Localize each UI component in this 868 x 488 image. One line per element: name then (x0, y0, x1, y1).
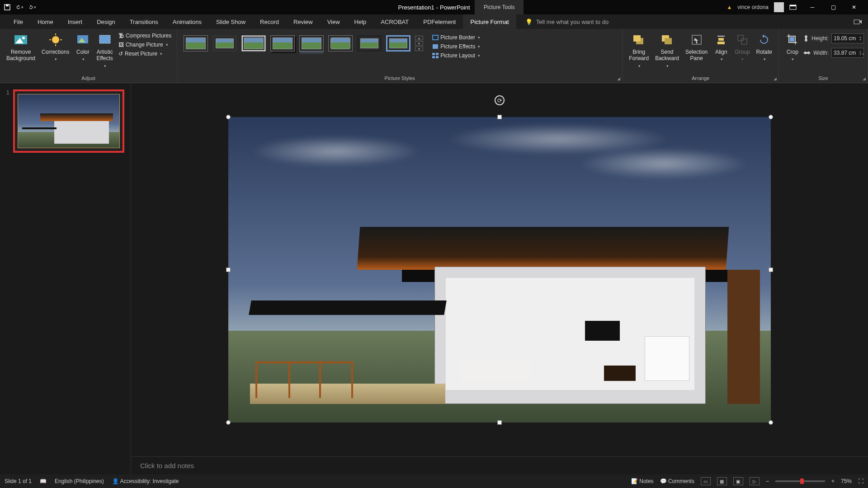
resize-handle-e[interactable] (769, 267, 773, 272)
remove-background-button[interactable]: Remove Background (4, 31, 38, 70)
tell-me-search[interactable]: 💡 Tell me what you want to do (525, 14, 609, 29)
view-reading-button[interactable]: ▣ (733, 477, 743, 485)
user-avatar[interactable] (774, 2, 784, 12)
picture-layout-button[interactable]: Picture Layout (430, 52, 482, 60)
slide-thumbnails-panel[interactable]: 1 (0, 83, 131, 474)
crop-button[interactable]: Crop (783, 31, 802, 64)
redo-button[interactable] (29, 4, 36, 11)
style-thumb-5[interactable] (299, 35, 324, 52)
tab-file[interactable]: File (6, 14, 30, 29)
collapse-ribbon-icon[interactable]: ˄ (862, 53, 864, 59)
resize-handle-ne[interactable] (769, 115, 773, 119)
maximize-button[interactable]: ▢ (823, 0, 844, 14)
undo-button[interactable] (16, 4, 24, 11)
reset-picture-icon: ↺ (118, 51, 123, 57)
height-input[interactable]: 19.05 cm▲▼ (831, 33, 864, 43)
status-accessibility[interactable]: 👤 Accessibility: Investigate (112, 478, 179, 484)
tab-home[interactable]: Home (30, 14, 61, 29)
resize-handle-se[interactable] (769, 420, 773, 425)
save-icon[interactable] (4, 4, 11, 11)
svg-rect-28 (717, 42, 725, 44)
zoom-slider[interactable] (775, 480, 825, 482)
resize-handle-s[interactable] (497, 420, 502, 425)
slide-canvas-area[interactable]: ⟳ (131, 83, 868, 474)
tab-picture-format[interactable]: Picture Format (463, 14, 516, 29)
group-picture-styles: ▴▾▾ Picture Border Picture Effects Pictu… (177, 29, 623, 83)
group-button: Group (732, 31, 752, 70)
resize-handle-n[interactable] (497, 115, 502, 119)
tab-review[interactable]: Review (286, 14, 320, 29)
status-language[interactable]: English (Philippines) (55, 478, 104, 484)
picture-styles-gallery[interactable]: ▴▾▾ (181, 31, 426, 56)
minimize-button[interactable]: ─ (802, 0, 823, 14)
reset-picture-button[interactable]: ↺Reset Picture (117, 50, 173, 58)
tab-design[interactable]: Design (90, 14, 122, 29)
svg-rect-17 (432, 53, 435, 55)
status-spellcheck-icon[interactable]: 📖 (40, 478, 47, 484)
gallery-more-button[interactable]: ▴▾▾ (415, 36, 423, 51)
svg-rect-3 (790, 5, 796, 6)
styles-launcher-icon[interactable]: ◢ (617, 76, 620, 81)
style-thumb-8[interactable] (386, 35, 410, 52)
resize-handle-nw[interactable] (226, 115, 231, 119)
svg-rect-16 (433, 44, 438, 49)
style-thumb-2[interactable] (212, 35, 237, 52)
svg-rect-15 (433, 35, 438, 40)
status-notes-button[interactable]: 📝 Notes (631, 478, 654, 484)
bring-forward-button[interactable]: Bring Forward (626, 31, 651, 70)
arrange-launcher-icon[interactable]: ◢ (774, 76, 777, 81)
share-button[interactable] (854, 14, 862, 29)
align-button[interactable]: Align (711, 31, 731, 70)
change-picture-icon: 🖼 (118, 42, 124, 48)
svg-rect-1 (6, 5, 9, 6)
color-button[interactable]: Color (73, 31, 93, 70)
width-input[interactable]: 33.87 cm▲▼ (831, 48, 864, 58)
style-thumb-7[interactable] (357, 35, 382, 52)
size-launcher-icon[interactable]: ◢ (863, 76, 866, 81)
send-backward-button[interactable]: Send Backward (652, 31, 682, 70)
picture-border-button[interactable]: Picture Border (430, 33, 482, 42)
tab-view[interactable]: View (320, 14, 347, 29)
view-sorter-button[interactable]: ▦ (717, 477, 727, 485)
picture-effects-button[interactable]: Picture Effects (430, 42, 482, 51)
compress-pictures-button[interactable]: 🗜Compress Pictures (117, 32, 173, 40)
view-normal-button[interactable]: ▭ (701, 477, 711, 485)
resize-handle-sw[interactable] (226, 420, 231, 425)
close-button[interactable]: ✕ (844, 0, 864, 14)
zoom-out-button[interactable]: − (766, 478, 769, 484)
resize-handle-w[interactable] (226, 267, 231, 272)
change-picture-button[interactable]: 🖼Change Picture (117, 41, 173, 49)
workspace: 1 ⟳ (0, 83, 868, 474)
tab-record[interactable]: Record (253, 14, 286, 29)
tab-acrobat[interactable]: ACROBAT (373, 14, 416, 29)
style-thumb-1[interactable] (184, 35, 208, 52)
tab-slideshow[interactable]: Slide Show (209, 14, 253, 29)
fit-to-window-button[interactable]: ⛶ (858, 478, 863, 484)
rotate-button[interactable]: Rotate (754, 31, 775, 70)
slide-thumbnail-1[interactable] (13, 89, 124, 153)
style-thumb-3[interactable] (241, 35, 266, 52)
tab-animations[interactable]: Animations (165, 14, 209, 29)
zoom-in-button[interactable]: + (831, 478, 835, 484)
style-thumb-6[interactable] (328, 35, 353, 52)
tab-pdfelement[interactable]: PDFelement (416, 14, 463, 29)
notes-pane[interactable]: Click to add notes (131, 456, 868, 474)
tab-transitions[interactable]: Transitions (123, 14, 165, 29)
corrections-button[interactable]: Corrections (39, 31, 72, 70)
ribbon-tabs: File Home Insert Design Transitions Anim… (0, 14, 868, 29)
tab-help[interactable]: Help (347, 14, 374, 29)
view-slideshow-button[interactable]: ▷ (750, 477, 760, 485)
tab-insert[interactable]: Insert (61, 14, 90, 29)
style-thumb-4[interactable] (270, 35, 295, 52)
ribbon-display-options-icon[interactable] (789, 5, 797, 10)
lightbulb-icon: 💡 (525, 19, 533, 25)
rotation-handle[interactable]: ⟳ (495, 95, 505, 105)
selection-pane-button[interactable]: Selection Pane (683, 31, 710, 70)
status-comments-button[interactable]: 💬 Comments (660, 478, 694, 484)
user-name[interactable]: vince ordona (737, 4, 769, 10)
artistic-effects-button[interactable]: Artistic Effects (94, 31, 115, 70)
group-icon (735, 33, 750, 47)
svg-rect-4 (854, 20, 859, 24)
selected-picture[interactable]: ⟳ (228, 117, 771, 422)
zoom-level[interactable]: 75% (841, 478, 852, 484)
